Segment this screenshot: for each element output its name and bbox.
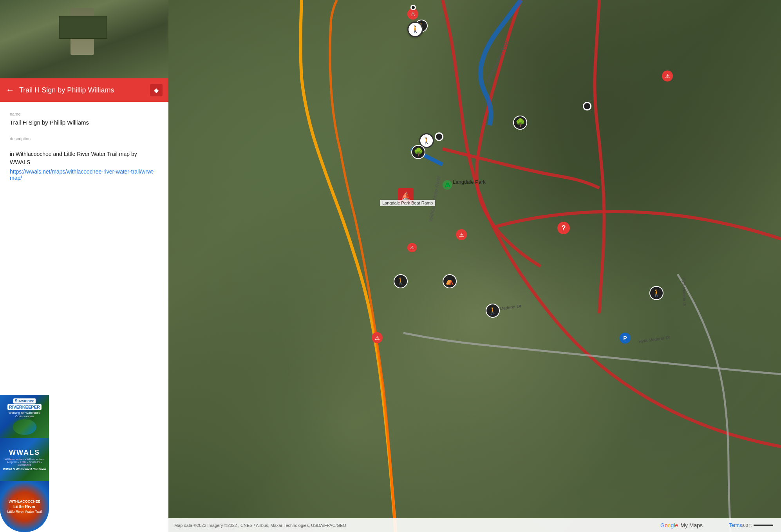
trail-sign-overlay: TRAIL H ← xyxy=(61,18,104,37)
marker-warning-lower[interactable]: ⚠ xyxy=(456,229,467,240)
google-o2: o xyxy=(668,522,671,528)
marker-hiking-lower1[interactable]: 🚶 xyxy=(394,274,408,288)
marker-warning-top[interactable]: ⚠ xyxy=(407,9,418,20)
map-overlay xyxy=(168,0,781,532)
marker-warning-upper-right[interactable]: ⚠ xyxy=(662,71,673,81)
marker-dot-center[interactable] xyxy=(583,102,591,110)
map-attribution: Map data ©2022 Imagery ©2022 , CNES / Ai… xyxy=(174,523,346,528)
google-e: e xyxy=(675,522,678,528)
name-label: name xyxy=(10,112,159,116)
google-g: G xyxy=(660,522,665,528)
name-value: Trail H Sign by Phillip Williams xyxy=(10,118,159,127)
navigation-icon[interactable] xyxy=(150,84,163,96)
page-title: Trail H Sign by Phillip Williams xyxy=(19,86,145,94)
marker-dot-top[interactable] xyxy=(410,5,416,10)
water-trail-title: WITHLACOOCHEE xyxy=(7,499,42,503)
logos-section: Suwannee RIVERKEEPER Working for Watersh… xyxy=(0,395,78,532)
wwals-logo: WWALS Withlacoochee • WillacoocheeAlapah… xyxy=(0,438,49,481)
sign-arrow: ← xyxy=(80,31,85,37)
map-section[interactable]: Withlacoochee River Withlacoochee River … xyxy=(168,0,781,532)
wwals-text: WWALS xyxy=(9,449,40,457)
trail-photo: TRAIL H ← xyxy=(0,0,168,78)
riverkeeper-subtitle: RIVERKEEPER xyxy=(7,404,42,410)
sign-line2: H xyxy=(80,23,85,30)
scale-line xyxy=(754,525,773,526)
google-o1: o xyxy=(665,522,668,528)
marker-warning-bottom[interactable]: ⚠ xyxy=(372,332,383,343)
marker-dot-mid[interactable] xyxy=(435,132,443,141)
marker-parking[interactable]: P xyxy=(620,333,631,344)
marker-park[interactable]: 🌲 xyxy=(443,180,452,190)
riverkeeper-emblem xyxy=(13,419,36,435)
scale-bar: 100 ft xyxy=(741,523,773,528)
marker-hiking-circle-top[interactable]: 🚶 xyxy=(407,22,423,37)
wwals-coalition: WWALS Watershed Coalition xyxy=(3,467,46,471)
terms-link[interactable]: Terms xyxy=(729,523,742,528)
map-footer: Map data ©2022 Imagery ©2022 , CNES / Ai… xyxy=(168,518,781,532)
marker-hiking-lower3[interactable]: 🚶 xyxy=(486,304,500,318)
marker-hiking-lower4[interactable]: 🚶 xyxy=(649,286,663,300)
water-trail-middle: Little River xyxy=(7,504,42,509)
marker-boat-ramp[interactable]: ⛵ xyxy=(398,188,414,204)
marker-tree-mid[interactable]: 🌳 xyxy=(411,145,425,159)
water-trail-bottom: Little River Water Trail xyxy=(7,510,42,514)
riverkeeper-logo: Suwannee RIVERKEEPER Working for Watersh… xyxy=(0,395,49,438)
riverkeeper-title: Suwannee xyxy=(13,398,36,404)
wwals-subtitle: Withlacoochee • WillacoocheeAlapaha • Li… xyxy=(0,458,49,466)
riverkeeper-tagline: Working for Watershed Conservation xyxy=(2,411,47,418)
photo-section: TRAIL H ← xyxy=(0,0,168,78)
back-button[interactable]: ← xyxy=(6,85,14,95)
marker-hiking-lower2[interactable]: ⛺ xyxy=(443,274,457,288)
water-trail-logo: WITHLACOOCHEE Little River Little River … xyxy=(0,481,49,532)
google-logo: Google My Maps xyxy=(660,522,703,528)
mymaps-label: My Maps xyxy=(680,522,703,528)
marker-question[interactable]: ? xyxy=(557,222,570,234)
marker-warning-mid[interactable]: ⚠ xyxy=(407,243,417,252)
marker-tree-right[interactable]: 🌳 xyxy=(513,116,527,130)
header-bar: ← Trail H Sign by Phillip Williams xyxy=(0,78,168,102)
description-text: in Withlacoochee and Little River Water … xyxy=(10,150,159,166)
description-link[interactable]: https://wwals.net/maps/withlacoochee-riv… xyxy=(10,168,159,181)
sign-line1: TRAIL xyxy=(76,18,88,23)
map-background: Withlacoochee River Withlacoochee River … xyxy=(168,0,781,532)
scale-label: 100 ft xyxy=(741,523,752,528)
left-panel: TRAIL H ← ← Trail H Sign by Phillip Will… xyxy=(0,0,168,532)
description-label: description xyxy=(10,136,159,141)
